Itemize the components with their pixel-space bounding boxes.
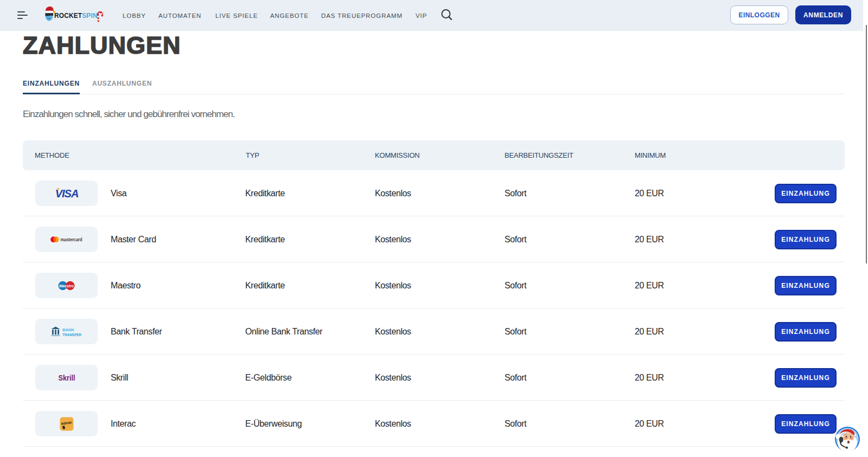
svg-text:TRANSFER: TRANSFER: [62, 332, 81, 337]
svg-text:Skrill: Skrill: [58, 373, 75, 382]
svg-text:mastercard: mastercard: [60, 237, 82, 242]
svg-text:BANK: BANK: [62, 327, 75, 332]
svg-text:Maestro: Maestro: [59, 283, 74, 288]
